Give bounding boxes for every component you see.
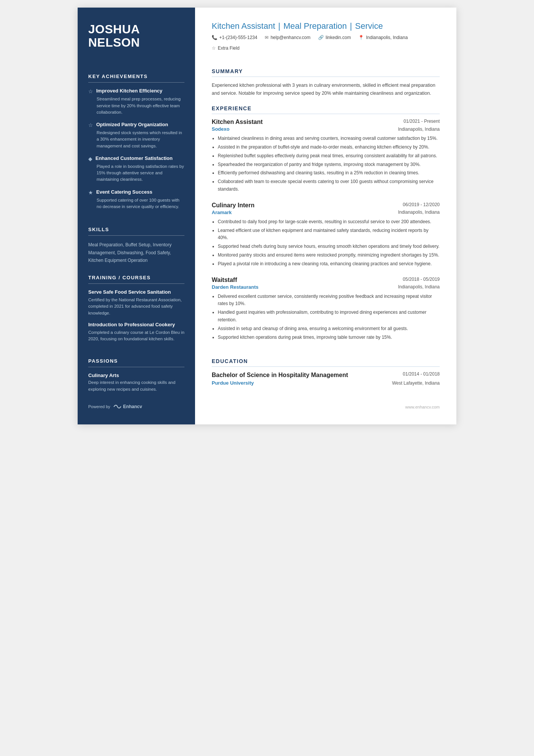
exp-bullets-2: Contributed to daily food prep for large… [212,218,440,268]
contact-phone: 📞 +1-(234)-555-1234 [212,35,257,40]
exp-company-3: Darden Restaurants [212,284,259,290]
exp-header-3: Waitstaff 05/2018 - 05/2019 [212,277,440,283]
training-divider [88,283,184,284]
exp-location-2: Indianapolis, Indiana [398,210,440,215]
website-url: www.enhancv.com [405,405,440,409]
education-divider [212,366,440,367]
exp-entry-3: Waitstaff 05/2018 - 05/2019 Darden Resta… [212,277,440,343]
edu-date-1: 01/2014 - 01/2018 [403,371,440,377]
job-title-part1: Kitchen Assistant [212,21,275,31]
exp-company-2: Aramark [212,210,232,215]
main-footer: www.enhancv.com [212,397,440,409]
exp-entry-2: Culinary Intern 06/2019 - 12/2020 Aramar… [212,202,440,269]
achievement-item-1: ☆ Improved Kitchen Efficiency Streamline… [88,88,184,116]
key-achievements-title: KEY ACHIEVEMENTS [88,74,184,79]
exp-bullet-2-2: Learned efficient use of kitchen equipme… [218,227,440,242]
exp-header-2: Culinary Intern 06/2019 - 12/2020 [212,202,440,209]
exp-bullet-1-5: Efficiently performed dishwashing and cl… [218,169,440,177]
skills-title: SKILLS [88,227,184,232]
main-content: Kitchen Assistant | Meal Preparation | S… [195,8,456,424]
extra-star-icon: ☆ [212,45,216,51]
achievement-desc-2: Redesigned stock systems which resulted … [88,130,184,149]
achievement-item-4: ★ Event Catering Success Supported cater… [88,189,184,210]
course-title-2: Introduction to Professional Cookery [88,322,184,328]
exp-bullet-1-6: Collaborated with team to execute specia… [218,178,440,193]
exp-bullet-3-4: Supported kitchen operations during peak… [218,334,440,341]
exp-bullet-2-1: Contributed to daily food prep for large… [218,218,440,226]
course-desc-2: Completed a culinary course at Le Cordon… [88,329,184,343]
location-icon: 📍 [358,35,364,40]
experience-divider [212,114,440,114]
exp-bullets-3: Delivered excellent customer service, co… [212,293,440,341]
enhancv-logo: Enhancv [113,404,142,409]
exp-company-1: Sodexo [212,126,230,132]
contact-row: 📞 +1-(234)-555-1234 ✉ help@enhancv.com 🔗… [212,35,440,51]
exp-date-2: 06/2019 - 12/2020 [403,202,440,207]
course-desc-1: Certified by the National Restaurant Ass… [88,297,184,316]
course-title-1: Serve Safe Food Service Sanitation [88,289,184,296]
achievement-desc-4: Supported catering of over 100 guests wi… [88,197,184,210]
contact-extra-text: Extra Field [218,45,239,51]
exp-bullet-1-2: Assisted in the preparation of buffet-st… [218,144,440,151]
achievement-item-3: ◆ Enhanced Customer Satisfaction Played … [88,155,184,183]
exp-date-1: 01/2021 - Present [404,119,440,124]
edu-entry-1: Bachelor of Science in Hospitality Manag… [212,371,440,386]
exp-bullet-3-1: Delivered excellent customer service, co… [218,293,440,308]
exp-bullet-1-3: Replenished buffet supplies effectively … [218,152,440,160]
exp-bullet-2-3: Supported head chefs during busy service… [218,243,440,250]
summary-text: Experienced kitchen professional with 3 … [212,81,440,97]
exp-date-3: 05/2018 - 05/2019 [403,277,440,282]
contact-email: ✉ help@enhancv.com [265,35,310,40]
exp-bullet-2-4: Monitored pantry stocks and ensured item… [218,252,440,259]
achievement-desc-3: Played a role in boosting satisfaction r… [88,163,184,183]
powered-by-label: Powered by [88,404,110,409]
exp-location-1: Indianapolis, Indiana [398,127,440,132]
sidebar: JOSHUANELSON KEY ACHIEVEMENTS ☆ Improved… [78,8,195,424]
passion-title-1: Culinary Arts [88,373,184,378]
exp-title-3: Waitstaff [212,277,237,283]
edu-location-1: West Lafayette, Indiana [392,380,440,386]
passion-item-1: Culinary Arts Deep interest in enhancing… [88,373,184,393]
contact-extra: ☆ Extra Field [212,45,239,51]
passion-desc-1: Deep interest in enhancing cooking skill… [88,379,184,393]
course-item-1: Serve Safe Food Service Sanitation Certi… [88,289,184,316]
course-item-2: Introduction to Professional Cookery Com… [88,322,184,342]
achievement-item-2: ☆ Optimized Pantry Organization Redesign… [88,122,184,149]
contact-location: 📍 Indianapolis, Indiana [358,35,408,40]
achievement-icon-1: ☆ [88,88,93,94]
edu-school-row-1: Purdue University West Lafayette, Indian… [212,380,440,386]
exp-header-1: Kitchen Assistant 01/2021 - Present [212,119,440,125]
training-title: TRAINING / COURSES [88,275,184,280]
summary-divider [212,77,440,77]
main-header: Kitchen Assistant | Meal Preparation | S… [212,21,440,51]
edu-degree-1: Bachelor of Science in Hospitality Manag… [212,371,348,379]
exp-bullet-3-3: Assisted in setup and cleanup of dining … [218,325,440,333]
skills-divider [88,235,184,236]
achievement-icon-4: ★ [88,189,93,196]
exp-location-3: Indianapolis, Indiana [398,284,440,290]
exp-title-2: Culinary Intern [212,202,255,209]
title-sep-2: | [350,21,352,31]
candidate-name: JOSHUANELSON [88,23,184,49]
job-title-bar: Kitchen Assistant | Meal Preparation | S… [212,21,440,31]
job-title-part2: Meal Preparation [283,21,347,31]
sidebar-footer: Powered by Enhancv [88,393,184,409]
achievement-desc-1: Streamlined meal prep processes, reducin… [88,96,184,116]
exp-company-row-2: Aramark Indianapolis, Indiana [212,210,440,215]
email-icon: ✉ [265,35,269,40]
job-title-part3: Service [355,21,383,31]
exp-title-1: Kitchen Assistant [212,119,263,125]
exp-bullet-1-1: Maintained cleanliness in dining areas a… [218,135,440,142]
key-achievements-divider [88,82,184,83]
title-sep-1: | [278,21,281,31]
exp-company-row-1: Sodexo Indianapolis, Indiana [212,126,440,132]
exp-bullet-1-4: Spearheaded the reorganization of pantry… [218,161,440,169]
exp-bullet-2-5: Played a pivotal role in introducing a n… [218,260,440,268]
phone-icon: 📞 [212,35,217,40]
achievement-title-1: Improved Kitchen Efficiency [96,88,162,94]
edu-school-1: Purdue University [212,380,254,386]
contact-linkedin: 🔗 linkedin.com [318,35,351,40]
contact-linkedin-text: linkedin.com [326,35,351,40]
skills-text: Meal Preparation, Buffet Setup, Inventor… [88,241,184,264]
achievement-title-4: Event Catering Success [96,189,152,196]
